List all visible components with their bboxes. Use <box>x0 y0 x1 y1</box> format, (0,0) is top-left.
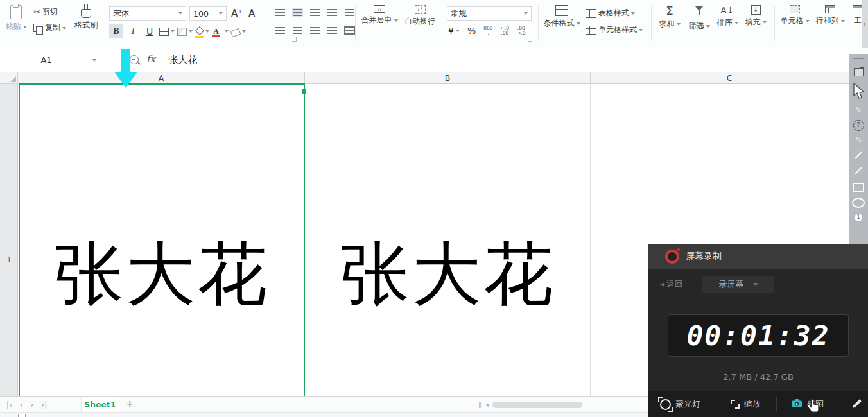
thousands-button[interactable]: 000, <box>483 26 492 36</box>
font-family-caret-icon <box>178 12 182 15</box>
horizontal-scrollbar[interactable]: ∥ ◂ <box>478 400 582 409</box>
scroll-grip-line[interactable] <box>853 58 864 59</box>
shading-caret-icon <box>189 30 193 33</box>
cell-b1[interactable]: 张大花 <box>306 226 589 322</box>
eraser-button[interactable] <box>231 28 246 36</box>
shrink-font-button[interactable]: A⁻ <box>247 6 261 21</box>
rows-cols-caret-icon <box>841 20 845 22</box>
align-bottom-button[interactable] <box>309 8 320 17</box>
underline-button[interactable]: U <box>143 24 157 38</box>
valign-row <box>275 8 355 17</box>
filter-button[interactable]: 筛选 <box>686 6 713 31</box>
align-right-button[interactable] <box>309 26 320 35</box>
ribbon-expand-chevron-icon: › <box>864 20 866 28</box>
paste-button[interactable]: 粘贴 <box>4 5 28 32</box>
ellipse-tool-icon[interactable] <box>852 198 865 208</box>
currency-button[interactable]: ¥ <box>448 26 460 36</box>
justify-button[interactable] <box>327 26 338 35</box>
font-dialog-launcher[interactable] <box>292 37 297 42</box>
cells-button[interactable]: 单元格 <box>778 5 812 26</box>
increase-decimal-button[interactable]: ←.0.00 <box>501 26 509 36</box>
zoom-out-formula-icon[interactable] <box>130 55 139 64</box>
align-center-button[interactable] <box>292 26 303 35</box>
line-tool-icon[interactable] <box>855 151 862 158</box>
pen-button-clipped[interactable] <box>851 398 863 411</box>
sort-button[interactable]: A↓ 排序 <box>714 5 741 28</box>
table-style-icon <box>586 9 596 18</box>
borders-button[interactable] <box>159 28 175 36</box>
next-sheet-button[interactable]: › <box>31 400 34 409</box>
wrap-text-button[interactable]: ⇄ 自动换行 <box>402 5 438 27</box>
column-header-b[interactable]: B <box>305 72 591 84</box>
grow-font-button[interactable]: A⁺ <box>230 6 244 21</box>
merge-center-button[interactable]: ↔ 合并居中 <box>360 5 399 26</box>
select-all-corner[interactable] <box>0 72 18 84</box>
cursor-tool-icon[interactable] <box>852 83 865 101</box>
number-dialog-launcher[interactable] <box>528 37 532 42</box>
bold-button[interactable]: B <box>109 24 123 38</box>
last-sheet-button[interactable]: ›| <box>41 400 47 409</box>
name-box[interactable]: A1 <box>0 48 103 72</box>
fill-button[interactable]: ↓ 填充 <box>742 5 769 28</box>
rows-cols-button[interactable]: 行和列 <box>813 5 847 26</box>
sheet-tab-sheet1[interactable]: Sheet1 <box>81 397 119 412</box>
fill-color-button[interactable] <box>195 28 209 36</box>
highlighter-tool-icon[interactable]: ✎ <box>855 135 862 144</box>
spotlight-button[interactable]: 聚光灯 <box>660 398 700 410</box>
align-middle-button[interactable] <box>292 8 303 17</box>
number-format-select[interactable]: 常规 <box>447 6 532 21</box>
status-view-icon[interactable] <box>18 414 26 417</box>
prev-sheet-button[interactable]: ‹ <box>20 400 23 409</box>
distribute-button[interactable] <box>344 26 355 35</box>
decrease-indent-button[interactable] <box>327 8 338 17</box>
font-size-select[interactable]: 100 <box>189 6 227 21</box>
decrease-decimal-button[interactable]: .00→.0 <box>517 26 525 36</box>
sort-caret-icon <box>734 22 738 24</box>
scrollbar-thumb[interactable] <box>492 402 582 408</box>
percent-button[interactable]: % <box>467 26 476 36</box>
row-header-1[interactable]: 1 <box>0 255 18 264</box>
align-top-button[interactable] <box>275 8 286 17</box>
table-style-button[interactable]: 表格样式 <box>586 8 643 19</box>
recorder-mode-select[interactable]: 录屏幕 <box>702 276 774 293</box>
font-color-button[interactable]: A <box>212 28 229 36</box>
add-sheet-button[interactable]: + <box>126 398 134 410</box>
selection-fill-handle[interactable] <box>301 89 307 94</box>
merge-center-label: 合并居中 <box>361 15 392 26</box>
recorder-back-button[interactable]: ◀ 返回 <box>660 278 683 290</box>
scrollbar-left-arrow-icon[interactable]: ◂ <box>485 401 489 408</box>
selection-border-a1 <box>19 83 305 396</box>
column-header-c[interactable]: C <box>591 72 868 84</box>
cell-style-button[interactable]: 单元格样式 <box>586 24 643 35</box>
sum-button[interactable]: Σ 求和 <box>656 5 683 30</box>
scroll-grip-line[interactable] <box>853 56 864 56</box>
wrap-text-label: 自动换行 <box>404 16 435 27</box>
sum-caret-icon <box>677 23 681 26</box>
gridline-b-c <box>590 84 591 396</box>
align-left-button[interactable] <box>275 26 286 35</box>
help-icon[interactable]: ? <box>853 120 864 131</box>
copy-button[interactable]: 复制 <box>33 22 66 33</box>
step-number-tool-icon[interactable]: 1 <box>855 214 862 221</box>
arrow-line-tool-icon[interactable] <box>855 167 862 174</box>
formula-input-value[interactable]: 张大花 <box>168 54 197 66</box>
increase-indent-button[interactable] <box>344 8 355 17</box>
conditional-format-button[interactable]: 条件格式 <box>544 5 579 29</box>
row-header-strip[interactable] <box>0 84 18 396</box>
format-painter-button[interactable]: 格式刷 <box>72 4 100 31</box>
cyan-arrow-head <box>114 72 137 88</box>
recorder-title-bar[interactable]: 屏幕录制 <box>648 244 868 269</box>
cut-button[interactable]: ✂ 剪切 <box>33 6 66 17</box>
pen-tool-icon[interactable]: ✎ <box>855 105 862 115</box>
rectangle-tool-icon[interactable] <box>853 183 864 192</box>
ribbon-expand-strip[interactable]: › <box>862 0 868 48</box>
scrollbar-grip-icon[interactable]: ∥ <box>478 401 482 408</box>
font-family-select[interactable]: 宋体 <box>109 6 186 21</box>
export-window-icon[interactable] <box>854 68 864 76</box>
column-header-a[interactable]: A <box>18 72 305 84</box>
zoom-button[interactable]: 缩放 <box>731 398 761 410</box>
first-sheet-button[interactable]: |‹ <box>6 400 12 409</box>
italic-button[interactable]: I <box>126 24 140 38</box>
insert-function-button[interactable]: fx <box>146 53 155 65</box>
shading-button[interactable] <box>177 28 193 36</box>
